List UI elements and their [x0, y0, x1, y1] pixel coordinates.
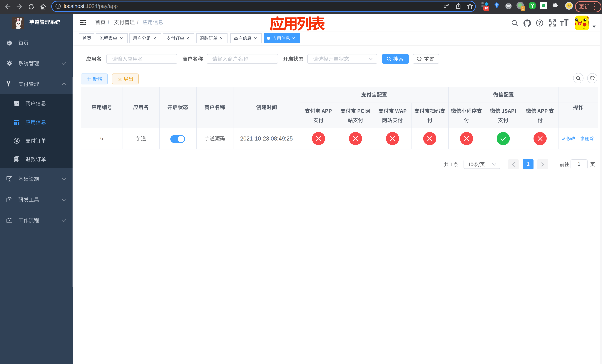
svg-text:1: 1: [522, 7, 524, 11]
